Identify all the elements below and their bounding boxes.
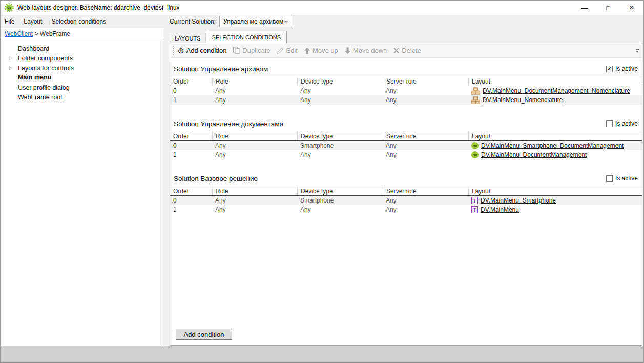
section-upravlenie-dokumentami: Solution Управление документами Is activ…	[170, 117, 642, 159]
layout-link[interactable]: DV.MainMenu_DocumentManagement_Nomenclat…	[483, 87, 630, 94]
add-condition-button[interactable]: Add condition	[176, 329, 232, 340]
tree-item-layouts-for-controls[interactable]: ▷ Layouts for controls	[2, 63, 162, 73]
delete-button[interactable]: Delete	[393, 47, 421, 54]
dv-circle-icon	[471, 151, 479, 158]
expand-arrow-icon[interactable]: ▷	[9, 65, 13, 70]
solution-sections: Solution Управление архивом Is active Or…	[170, 58, 642, 214]
menu-file[interactable]: File	[1, 15, 19, 28]
edit-button[interactable]: Edit	[277, 47, 298, 54]
title-bar: dv Web-layouts designer. BaseName: ddarc…	[1, 1, 643, 15]
table-row[interactable]: 1 Any Any Any DV.MainMenu_DocumentManage…	[170, 150, 642, 159]
duplicate-button[interactable]: Duplicate	[233, 47, 270, 54]
archive-boxes-icon	[471, 96, 480, 104]
checkbox-icon[interactable]	[606, 66, 613, 72]
section-upravlenie-arhivom: Solution Управление архивом Is active Or…	[170, 63, 642, 105]
archive-boxes-icon	[471, 87, 480, 95]
layout-link[interactable]: DV.MainMenu_Smartphone_DocumentManagemen…	[481, 142, 624, 149]
toolbar-grip-handle[interactable]	[173, 46, 175, 55]
purple-t-icon	[471, 197, 478, 204]
overflow-arrow-icon	[636, 51, 639, 53]
move-down-button[interactable]: Move down	[344, 47, 387, 54]
table-header: Order Role Device type Server role Layou…	[170, 77, 642, 86]
tree-item-main-menu[interactable]: Main menu	[2, 73, 162, 83]
tree-item-dashboard[interactable]: Dashboard	[2, 44, 162, 53]
maximize-button[interactable]: □	[596, 1, 620, 15]
breadcrumb: WebClient > WebFrame	[1, 28, 163, 41]
menu-selection-conditions[interactable]: Selection conditions	[47, 15, 111, 28]
selection-conditions-panel: ⊕ Add condition Duplicate Edit Move up M…	[170, 43, 642, 346]
table-row[interactable]: 1 Any Any Any DV.MainMenu	[170, 205, 642, 214]
chevron-down-icon	[284, 20, 288, 23]
is-active-checkbox[interactable]: Is active	[606, 65, 638, 72]
overflow-bar-icon	[636, 49, 639, 50]
layout-tree: Dashboard ▷ Folder components ▷ Layouts …	[2, 41, 162, 345]
current-solution-value: Управление архивом	[223, 18, 284, 25]
table-row[interactable]: 1 Any Any Any DV.MainMenu_Nomenclature	[170, 95, 642, 105]
copy-icon	[233, 47, 240, 54]
table-header: Order Role Device type Server role Layou…	[170, 132, 642, 141]
conditions-toolbar: ⊕ Add condition Duplicate Edit Move up M…	[171, 44, 641, 58]
dv-circle-icon	[471, 142, 479, 149]
section-title: Solution Управление документами	[174, 120, 283, 128]
table-row[interactable]: 0 Any Smartphone Any DV.MainMenu_Smartph…	[170, 196, 642, 205]
tree-item-user-profile-dialog[interactable]: User profile dialog	[2, 83, 162, 92]
table-row[interactable]: 0 Any Smartphone Any DV.MainMenu_Smartph…	[170, 141, 642, 150]
arrow-up-icon	[304, 47, 310, 54]
is-active-checkbox[interactable]: Is active	[606, 120, 638, 127]
expand-arrow-icon[interactable]: ▷	[9, 55, 13, 60]
breadcrumb-current: WebFrame	[40, 30, 70, 37]
app-window: { "window": { "title": "Web-layouts desi…	[0, 0, 644, 363]
window-title: Web-layouts designer. BaseName: ddarchiv…	[17, 4, 180, 11]
menu-bar: File Layout Selection conditions Current…	[1, 15, 643, 28]
toolbar-overflow-button[interactable]	[634, 45, 640, 56]
section-title: Solution Базовое решение	[174, 175, 258, 183]
app-gear-icon: dv	[5, 3, 14, 12]
tab-selection-conditions[interactable]: SELECTION CONDITIONS	[206, 31, 287, 43]
add-circle-icon: ⊕	[178, 47, 184, 54]
purple-t-icon	[471, 206, 478, 213]
table-row[interactable]: 0 Any Any Any DV.MainMenu_DocumentManage…	[170, 86, 642, 95]
table-header: Order Role Device type Server role Layou…	[170, 187, 642, 196]
tab-strip: LAYOUTS SELECTION CONDITIONS	[170, 31, 287, 43]
tree-item-folder-components[interactable]: ▷ Folder components	[2, 53, 162, 63]
close-button[interactable]: ×	[620, 1, 643, 15]
move-up-button[interactable]: Move up	[304, 47, 338, 54]
menu-layout[interactable]: Layout	[19, 15, 47, 28]
tab-layouts[interactable]: LAYOUTS	[170, 33, 206, 43]
current-solution-dropdown[interactable]: Управление архивом	[219, 16, 292, 27]
add-condition-toolbar-button[interactable]: ⊕ Add condition	[178, 47, 226, 54]
layout-link[interactable]: DV.MainMenu_DocumentManagement	[481, 151, 587, 158]
is-active-checkbox[interactable]: Is active	[606, 175, 638, 182]
checkbox-icon[interactable]	[606, 120, 613, 127]
section-title: Solution Управление архивом	[174, 65, 268, 73]
sidebar: WebClient > WebFrame Dashboard ▷ Folder …	[1, 28, 163, 346]
status-bar	[1, 346, 643, 362]
window-controls: — □ ×	[573, 1, 643, 15]
current-solution-label: Current Solution:	[170, 18, 216, 25]
minimize-button[interactable]: —	[573, 1, 596, 15]
breadcrumb-separator: >	[34, 30, 38, 37]
x-delete-icon	[393, 47, 400, 54]
arrow-down-icon	[344, 47, 351, 54]
checkbox-icon[interactable]	[606, 175, 613, 182]
breadcrumb-webclient-link[interactable]: WebClient	[5, 30, 33, 37]
current-solution-group: Current Solution: Управление архивом	[170, 15, 292, 28]
tree-item-webframe-root[interactable]: WebFrame root	[2, 92, 162, 102]
svg-text:dv: dv	[7, 6, 11, 9]
layout-link[interactable]: DV.MainMenu_Nomenclature	[483, 96, 563, 104]
section-bazovoe-reshenie: Solution Базовое решение Is active Order…	[170, 172, 642, 214]
pencil-icon	[277, 47, 284, 54]
layout-link[interactable]: DV.MainMenu_Smartphone	[481, 197, 556, 204]
layout-link[interactable]: DV.MainMenu	[481, 206, 519, 213]
